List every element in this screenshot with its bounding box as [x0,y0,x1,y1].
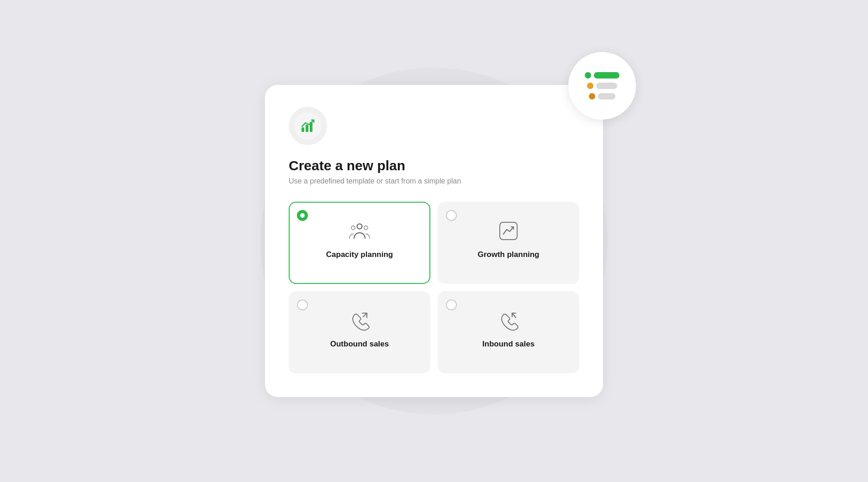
growth-planning-label: Growth planning [477,250,539,259]
template-card-growth-planning[interactable]: Growth planning [438,202,579,284]
filter-bar-1 [585,72,619,79]
card-subtitle: Use a predefined template or start from … [289,177,579,185]
filter-bar-2 [587,83,617,89]
filter-dot-3 [589,93,595,100]
phone-inbound-icon [498,309,519,331]
chart-growth-icon [299,117,317,135]
radio-dot [300,213,305,218]
top-icon-area [289,107,579,145]
radio-outbound-sales [297,299,308,310]
svg-line-9 [363,314,366,317]
filter-line-1 [594,72,619,79]
radio-capacity-planning [297,210,308,221]
svg-point-5 [364,226,368,230]
inbound-sales-label: Inbound sales [482,340,535,349]
outbound-sales-icon-area [349,309,370,332]
svg-point-4 [351,226,355,230]
top-icon-inner [294,112,322,140]
top-icon-outer [289,107,327,145]
phone-outbound-icon [349,309,370,331]
filter-dot-1 [585,72,591,79]
filter-line-3 [598,93,615,100]
card-title: Create a new plan [289,158,579,173]
team-icon [349,221,370,241]
filter-bar-3 [589,93,615,100]
growth-planning-icon-area [498,219,519,243]
filter-widget[interactable] [568,52,636,120]
filter-line-2 [596,83,617,89]
template-grid: Capacity planning Growth planning [289,202,579,373]
capacity-planning-label: Capacity planning [326,250,393,259]
chart-icon [498,220,519,241]
capacity-planning-icon-area [349,219,370,243]
svg-rect-1 [306,125,308,132]
svg-line-12 [513,314,516,318]
template-card-inbound-sales[interactable]: Inbound sales [438,291,579,373]
main-card: Create a new plan Use a predefined templ… [265,85,603,397]
scene: Create a new plan Use a predefined templ… [247,54,621,428]
radio-inbound-sales [446,299,457,310]
svg-rect-0 [302,127,304,132]
inbound-sales-icon-area [498,309,519,332]
outbound-sales-label: Outbound sales [330,340,389,349]
filter-dot-2 [587,83,593,89]
template-card-capacity-planning[interactable]: Capacity planning [289,202,430,284]
radio-growth-planning [446,210,457,221]
svg-point-3 [357,224,362,229]
template-card-outbound-sales[interactable]: Outbound sales [289,291,430,373]
